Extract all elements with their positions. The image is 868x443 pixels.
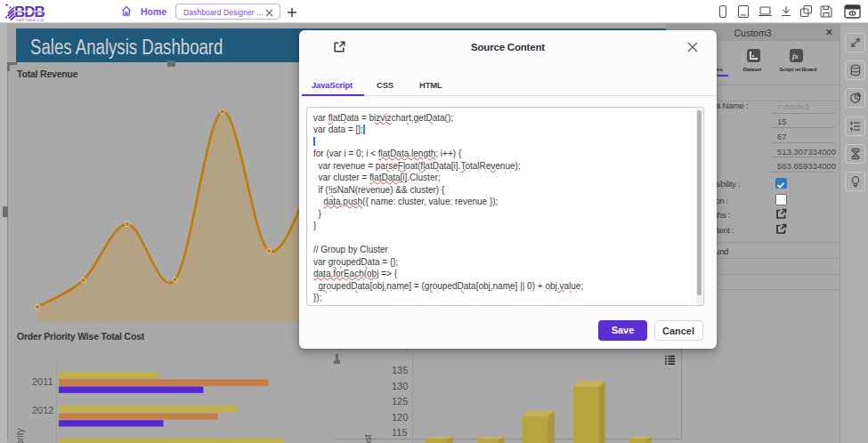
svg-text:RAW DATA to AI: RAW DATA to AI bbox=[16, 19, 45, 22]
svg-text:fx: fx bbox=[792, 52, 799, 60]
